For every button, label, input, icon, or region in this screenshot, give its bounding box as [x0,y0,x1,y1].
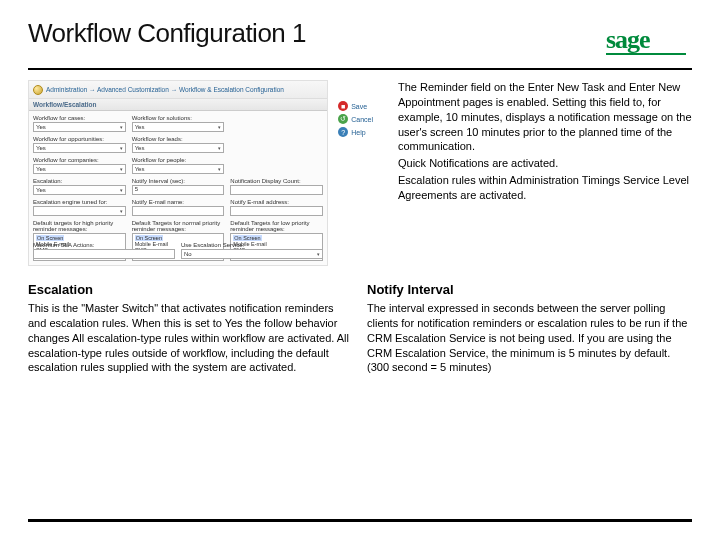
field-label: Use Escalation Service: [181,242,323,248]
chevron-down-icon: ▾ [218,124,221,130]
notify-email-name-input[interactable] [132,206,225,216]
panel-breadcrumb-bar: Administration → Advanced Customization … [29,81,327,99]
save-button[interactable]: ■Save [338,101,373,111]
field-label: Notify Interval (sec): [132,178,225,184]
field-label: Escalation engine tuned for: [33,199,126,205]
notify-interval-input[interactable]: 5 [132,185,225,195]
workflow-people-select[interactable]: Yes▾ [132,164,225,174]
field-label: Workflow for cases: [33,115,126,121]
cancel-icon: ↺ [338,114,348,124]
field-label: Notification Display Count: [230,178,323,184]
field-label: Workflow for leads: [132,136,225,142]
workflow-opportunities-select[interactable]: Yes▾ [33,143,126,153]
display-count-input[interactable] [230,185,323,195]
notify-email-address-input[interactable] [230,206,323,216]
cancel-button[interactable]: ↺Cancel [338,114,373,124]
brand-wordmark: sage [606,25,650,54]
chevron-down-icon: ▾ [317,251,320,257]
header-rule [28,68,692,70]
engine-tuned-select[interactable]: ▾ [33,206,126,216]
breadcrumb: Administration → Advanced Customization … [46,86,284,93]
brand-logo: sage [606,24,692,58]
notify-interval-body: The interval expressed in seconds betwee… [367,301,692,375]
field-label: Workflow for opportunities: [33,136,126,142]
chevron-down-icon: ▾ [120,187,123,193]
help-button[interactable]: ?Help [338,127,373,137]
chevron-down-icon: ▾ [120,124,123,130]
chevron-down-icon: ▾ [218,166,221,172]
field-label: Default Targets for normal priority remi… [132,220,225,232]
workflow-leads-select[interactable]: Yes▾ [132,143,225,153]
notify-interval-heading: Notify Interval [367,282,692,297]
intro-text: The Reminder field on the Enter New Task… [398,80,692,203]
chevron-down-icon: ▾ [120,145,123,151]
field-label: Workflow for companies: [33,157,126,163]
page-title: Workflow Configuration 1 [28,18,306,49]
field-label: Default Targets for low priority reminde… [230,220,323,232]
max-sla-actions-input[interactable] [33,249,175,259]
field-label: Default targets for high priority remind… [33,220,126,232]
field-label: Workflow for people: [132,157,225,163]
chevron-down-icon: ▾ [120,208,123,214]
escalation-select[interactable]: Yes▾ [33,185,126,195]
workflow-cases-select[interactable]: Yes▾ [33,122,126,132]
help-icon: ? [338,127,348,137]
breadcrumb-icon [33,85,43,95]
escalation-body: This is the "Master Switch" that activat… [28,301,353,375]
workflow-solutions-select[interactable]: Yes▾ [132,122,225,132]
field-label: Escalation: [33,178,126,184]
field-label: Maximum SLA Actions: [33,242,175,248]
workflow-companies-select[interactable]: Yes▾ [33,164,126,174]
escalation-heading: Escalation [28,282,353,297]
disk-icon: ■ [338,101,348,111]
field-label: Workflow for solutions: [132,115,225,121]
footer-rule [28,519,692,522]
chevron-down-icon: ▾ [218,145,221,151]
field-label: Notify E-mail address: [230,199,323,205]
config-panel: Administration → Advanced Customization … [28,80,328,266]
field-label: Notify E-mail name: [132,199,225,205]
use-escalation-service-select[interactable]: No▾ [181,249,323,259]
panel-section-header: Workflow/Escalation [29,99,327,111]
chevron-down-icon: ▾ [120,166,123,172]
